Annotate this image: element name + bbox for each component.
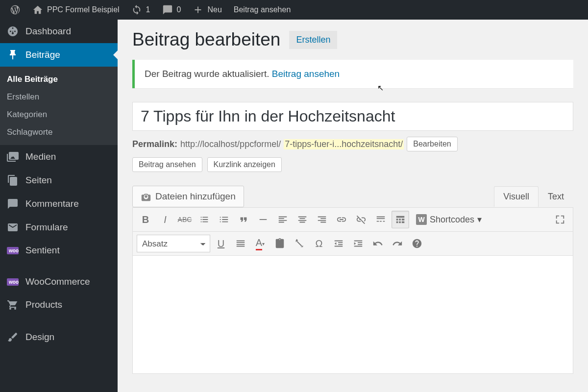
dashboard-icon xyxy=(7,25,19,37)
hr-button[interactable] xyxy=(254,211,272,228)
unlink-button[interactable] xyxy=(352,211,370,228)
text-color-button[interactable]: A ▾ xyxy=(251,235,269,252)
clear-format-button[interactable] xyxy=(291,235,308,252)
sidebar-label: WooCommerce xyxy=(25,276,90,287)
sidebar-label: Seiten xyxy=(25,175,52,186)
indent-button[interactable] xyxy=(349,235,367,252)
woo-badge-icon: woo xyxy=(7,247,19,254)
sidebar-item-dashboard[interactable]: Dashboard xyxy=(0,20,118,43)
permalink-label: Permalink: xyxy=(132,139,177,149)
align-center-button[interactable] xyxy=(294,211,311,228)
plus-icon xyxy=(193,4,203,15)
notice-view-link[interactable]: Beitrag ansehen xyxy=(272,69,340,79)
updates-button[interactable]: 1 xyxy=(125,0,156,20)
editor-tabs: Visuell Text xyxy=(494,186,573,207)
admin-sidebar: Dashboard Beiträge Alle Beiträge Erstell… xyxy=(0,20,118,392)
chevron-down-icon: ▾ xyxy=(477,214,482,225)
permalink-base: http://localhost/ppcformel/ xyxy=(180,139,281,149)
site-home-button[interactable]: PPC Formel Beispiel xyxy=(26,0,125,20)
home-icon xyxy=(32,4,43,15)
edit-permalink-button[interactable]: Bearbeiten xyxy=(407,137,457,151)
paste-text-button[interactable] xyxy=(271,235,289,252)
sidebar-item-forms[interactable]: Formulare xyxy=(0,216,118,239)
align-left-button[interactable] xyxy=(274,211,292,228)
sidebar-posts-submenu: Alle Beiträge Erstellen Kategorien Schla… xyxy=(0,67,118,145)
comments-button[interactable]: 0 xyxy=(156,0,187,20)
blockquote-button[interactable] xyxy=(235,211,252,228)
create-post-button[interactable]: Erstellen xyxy=(289,31,337,49)
sidebar-item-posts[interactable]: Beiträge xyxy=(0,43,118,67)
w-icon: W xyxy=(416,214,427,225)
new-content-button[interactable]: Neu xyxy=(187,0,227,20)
redo-button[interactable] xyxy=(389,235,406,252)
sidebar-label: Products xyxy=(25,299,62,310)
sidebar-label: Dashboard xyxy=(25,26,71,37)
view-post-button[interactable]: Beitrag ansehen xyxy=(228,0,297,20)
outdent-button[interactable] xyxy=(330,235,347,252)
format-select[interactable]: Absatz xyxy=(137,235,210,252)
sidebar-sub-categories[interactable]: Kategorien xyxy=(0,106,118,123)
more-button[interactable] xyxy=(372,211,390,228)
strikethrough-button[interactable]: ABC xyxy=(176,211,194,228)
toolbar-toggle-button[interactable] xyxy=(392,211,409,228)
admin-bar: PPC Formel Beispiel 1 0 Neu Beitrag anse… xyxy=(0,0,588,20)
comment-icon xyxy=(7,198,19,210)
fullscreen-button[interactable] xyxy=(551,211,569,228)
pin-icon xyxy=(7,49,19,61)
sidebar-item-design[interactable]: Design xyxy=(0,325,118,349)
wordpress-icon xyxy=(10,4,21,15)
site-name: PPC Formel Beispiel xyxy=(47,5,120,14)
align-right-button[interactable] xyxy=(313,211,331,228)
envelope-icon xyxy=(7,221,19,233)
undo-button[interactable] xyxy=(369,235,387,252)
wp-logo-button[interactable] xyxy=(4,0,26,20)
woo-badge-icon: woo xyxy=(7,278,19,286)
editor-header-row: Dateien hinzufügen Visuell Text xyxy=(132,186,573,207)
editor-content-area[interactable] xyxy=(133,256,573,373)
sidebar-item-products[interactable]: Products xyxy=(0,293,118,317)
sidebar-sub-tags[interactable]: Schlagworte xyxy=(0,123,118,141)
notice-text: Der Beitrag wurde aktualisiert. xyxy=(145,69,272,79)
shortcodes-dropdown[interactable]: W Shortcodes ▾ xyxy=(411,211,487,228)
post-title-input[interactable] xyxy=(132,102,573,131)
post-action-buttons: Beitrag ansehen Kurzlink anzeigen xyxy=(132,157,573,172)
main-content: Beitrag bearbeiten Erstellen Der Beitrag… xyxy=(118,20,588,392)
sidebar-label: Sentient xyxy=(25,245,60,256)
pages-icon xyxy=(7,174,19,186)
sidebar-label: Design xyxy=(25,332,54,343)
sidebar-item-media[interactable]: Medien xyxy=(0,145,118,169)
sidebar-item-woocommerce[interactable]: woo WooCommerce xyxy=(0,270,118,293)
comment-icon xyxy=(162,4,173,15)
shortlink-button[interactable]: Kurzlink anzeigen xyxy=(207,157,282,172)
numbered-list-button[interactable] xyxy=(215,211,233,228)
sidebar-item-pages[interactable]: Seiten xyxy=(0,169,118,192)
underline-button[interactable]: U xyxy=(212,235,230,252)
sidebar-label: Kommentare xyxy=(25,198,79,209)
add-media-label: Dateien hinzufügen xyxy=(155,191,236,202)
bold-button[interactable]: B xyxy=(137,211,154,228)
sidebar-item-sentient[interactable]: woo Sentient xyxy=(0,239,118,262)
comments-count: 0 xyxy=(177,5,181,14)
tab-text[interactable]: Text xyxy=(539,186,573,207)
page-title-row: Beitrag bearbeiten Erstellen xyxy=(132,29,573,50)
justify-button[interactable] xyxy=(232,235,249,252)
sidebar-item-comments[interactable]: Kommentare xyxy=(0,192,118,216)
sidebar-sub-create[interactable]: Erstellen xyxy=(0,88,118,106)
update-notice: Der Beitrag wurde aktualisiert. Beitrag … xyxy=(132,60,573,88)
permalink-row: Permalink: http://localhost/ppcformel/7-… xyxy=(132,137,573,151)
tab-visual[interactable]: Visuell xyxy=(494,186,539,207)
sidebar-sub-all-posts[interactable]: Alle Beiträge xyxy=(0,71,118,88)
refresh-icon xyxy=(131,4,142,15)
editor-box: B I ABC W Shortcodes ▾ Absatz xyxy=(132,207,573,374)
editor-toolbar-1: B I ABC W Shortcodes ▾ xyxy=(133,208,573,232)
updates-count: 1 xyxy=(146,5,150,14)
link-button[interactable] xyxy=(333,211,350,228)
help-button[interactable] xyxy=(408,235,426,252)
bullet-list-button[interactable] xyxy=(196,211,213,228)
special-char-button[interactable]: Ω xyxy=(310,235,328,252)
italic-button[interactable]: I xyxy=(156,211,174,228)
view-post-button[interactable]: Beitrag ansehen xyxy=(132,157,202,172)
new-label: Neu xyxy=(207,5,221,14)
add-media-button[interactable]: Dateien hinzufügen xyxy=(132,186,244,207)
permalink-slug: 7-tipps-fuer-i...hochzeitsnacht/ xyxy=(284,139,404,149)
